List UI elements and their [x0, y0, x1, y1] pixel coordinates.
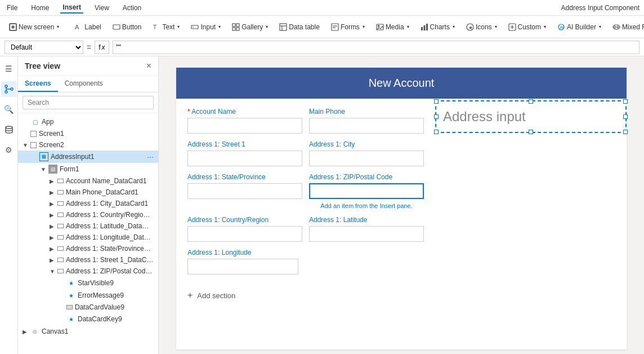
field-country: Address 1: Country/Region: [187, 216, 302, 242]
label-button[interactable]: A Label: [70, 21, 105, 33]
tab-screens[interactable]: Screens: [18, 76, 58, 92]
tree-more-button[interactable]: ···: [147, 152, 154, 161]
field-street1: Address 1: Street 1: [187, 140, 302, 166]
tree-item-state[interactable]: ▶ Address 1: State/Province_DataCard1: [18, 243, 158, 254]
svg-point-35: [5, 91, 7, 93]
input-country[interactable]: [187, 226, 302, 242]
label-street1: Address 1: Street 1: [187, 140, 302, 148]
settings-icon[interactable]: ⚙: [1, 142, 17, 158]
tree-item-zip[interactable]: ▼ Address 1: ZIP/Postal Code_DataCard: [18, 266, 158, 277]
screen1-icon: [30, 131, 37, 137]
formula-dropdown[interactable]: Default: [5, 41, 83, 54]
star-icon: ★: [66, 278, 75, 287]
label-country: Address 1: Country/Region: [187, 216, 302, 224]
handle-mr[interactable]: [623, 114, 628, 119]
card-icon: [57, 224, 64, 228]
input-city[interactable]: [309, 151, 424, 166]
gallery-button[interactable]: Gallery ▾: [227, 21, 272, 33]
tree-item-app[interactable]: ▢ App: [18, 116, 158, 128]
field-account-name: Account Name: [187, 108, 302, 134]
tree-item-datacardvalue9[interactable]: DataCardValue9: [18, 302, 158, 313]
add-item-hint: Add an item from the Insert pane.: [309, 202, 424, 209]
input-street1[interactable]: [187, 151, 302, 166]
label-longitude: Address 1: Longitude: [187, 249, 424, 256]
input-latitude[interactable]: [309, 226, 424, 242]
tree-icon[interactable]: [1, 81, 17, 97]
custom-button[interactable]: Custom ▾: [504, 21, 551, 33]
tree-item-street1[interactable]: ▶ Address 1: Street 1_DataCard1: [18, 254, 158, 266]
menu-home[interactable]: Home: [29, 3, 51, 13]
formula-fx-button[interactable]: fx: [95, 41, 109, 54]
tree-item-longitude[interactable]: ▶ Address 1: Longitude_DataCard1: [18, 232, 158, 243]
handle-tr[interactable]: [623, 99, 628, 104]
address-input-overlay[interactable]: Address input: [435, 100, 627, 133]
input-main-phone[interactable]: [309, 118, 424, 134]
add-section-button[interactable]: + Add section: [176, 284, 627, 307]
data-table-button[interactable]: Data table: [275, 21, 324, 33]
tree-item-star-visible[interactable]: ★ StarVisible9: [18, 277, 158, 289]
formula-bar: Default = fx: [0, 38, 644, 56]
handle-br[interactable]: [623, 130, 628, 134]
canvas-area[interactable]: New Account Address input Account Name: [159, 56, 644, 354]
tree-item-canvas1[interactable]: ▶ ◎ Canvas1: [18, 325, 158, 338]
key-icon: ★: [66, 315, 75, 324]
input-longitude[interactable]: [187, 259, 298, 275]
input-button[interactable]: Input ▾: [186, 21, 225, 33]
charts-button[interactable]: Charts ▾: [416, 21, 459, 33]
ai-builder-button[interactable]: AI AI Builder ▾: [553, 21, 606, 33]
svg-rect-12: [280, 24, 287, 30]
tree-item-screen1[interactable]: Screen1: [18, 128, 158, 139]
tree-item-error-message[interactable]: ★ ErrorMessage9: [18, 289, 158, 302]
svg-point-19: [378, 25, 379, 26]
menu-view[interactable]: View: [92, 3, 111, 13]
data-icon[interactable]: [1, 122, 17, 138]
svg-point-34: [11, 88, 13, 90]
icons-button[interactable]: ★ Icons ▾: [462, 21, 502, 33]
card-icon: [57, 213, 64, 217]
tree-item-form1[interactable]: ▼ ▤ Form1: [18, 163, 158, 175]
svg-text:T: T: [153, 24, 156, 30]
menu-action[interactable]: Action: [120, 3, 144, 13]
svg-rect-21: [423, 25, 425, 30]
svg-rect-8: [232, 24, 235, 26]
toolbar: New screen ▾ A Label Button T Text ▾ Inp…: [0, 16, 644, 38]
button-button[interactable]: Button: [108, 21, 146, 33]
menu-file[interactable]: File: [5, 3, 20, 13]
tab-components[interactable]: Components: [58, 76, 110, 92]
tree-item-account-name[interactable]: ▶ Account Name_DataCard1: [18, 175, 158, 187]
sidebar-close-button[interactable]: ×: [146, 61, 151, 71]
search-input[interactable]: [23, 96, 154, 109]
label-zip: Address 1: ZIP/Postal Code: [309, 173, 424, 181]
forms-button[interactable]: Forms ▾: [327, 21, 369, 33]
formula-input[interactable]: [113, 41, 639, 54]
new-screen-button[interactable]: New screen ▾: [5, 21, 64, 33]
text-button[interactable]: T Text ▾: [148, 21, 184, 33]
media-button[interactable]: Media ▾: [372, 21, 414, 33]
input-zip[interactable]: [309, 183, 424, 199]
sidebar: Tree view × Screens Components ▢ App Scr…: [18, 56, 159, 354]
menu-icon[interactable]: ☰: [1, 61, 17, 77]
svg-point-33: [5, 85, 7, 87]
field-zip: Address 1: ZIP/Postal Code Add an item f…: [309, 173, 424, 209]
handle-tm[interactable]: [529, 99, 533, 104]
tree-item-main-phone[interactable]: ▶ Main Phone_DataCard1: [18, 187, 158, 198]
input-account-name[interactable]: [187, 118, 302, 134]
menu-insert[interactable]: Insert: [60, 2, 83, 14]
mixed-reality-button[interactable]: Mixed Reality ▾: [608, 21, 644, 33]
handle-bl[interactable]: [434, 130, 439, 134]
handle-bm[interactable]: [529, 130, 533, 134]
screen2-icon: [30, 142, 37, 148]
tree-item-latitude[interactable]: ▶ Address 1: Latitude_DataCard1: [18, 220, 158, 232]
handle-ml[interactable]: [434, 114, 439, 119]
tree-item-screen2[interactable]: ▼ Screen2: [18, 139, 158, 151]
tree-item-datacardkey9[interactable]: ★ DataCardKey9: [18, 313, 158, 325]
search-icon[interactable]: 🔍: [1, 101, 17, 117]
handle-tl[interactable]: [434, 99, 439, 104]
input-state[interactable]: [187, 183, 302, 199]
sidebar-search: [18, 92, 158, 113]
sidebar-title: Tree view: [25, 61, 60, 70]
tree-item-country[interactable]: ▶ Address 1: Country/Region_DataCar...: [18, 209, 158, 220]
svg-point-32: [617, 26, 619, 28]
tree-item-addressinput1[interactable]: ⊞ AddressInput1 ···: [18, 151, 158, 163]
tree-item-city[interactable]: ▶ Address 1: City_DataCard1: [18, 198, 158, 209]
